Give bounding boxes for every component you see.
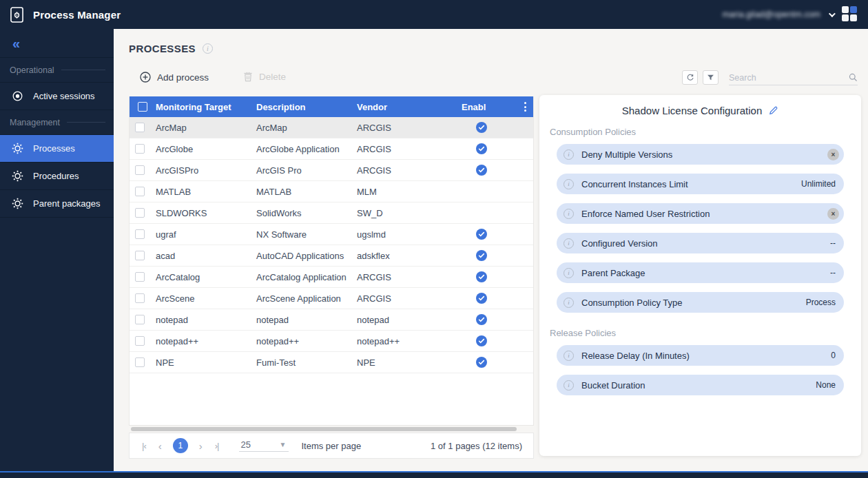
enabled-check-icon — [476, 143, 487, 154]
table-row[interactable]: NPEFumi-TestNPE — [130, 352, 533, 373]
select-all-checkbox[interactable] — [138, 102, 147, 112]
shadow-license-panel: Shadow License Configuration Consumption… — [539, 95, 861, 456]
table-row[interactable]: ArcCatalogArcCatalog ApplicationARCGIS — [130, 267, 533, 288]
table-row[interactable]: ArcMapArcMapARCGIS — [130, 117, 533, 138]
search-box — [729, 70, 858, 85]
policy-info-icon[interactable]: i — [564, 351, 574, 361]
row-checkbox[interactable] — [135, 293, 145, 303]
toggle-off-x-icon[interactable]: × — [827, 208, 839, 220]
add-process-button[interactable]: Add process — [140, 72, 209, 83]
table-row[interactable]: ArcSceneArcScene ApplicationARCGIS — [130, 288, 533, 309]
row-checkbox[interactable] — [135, 187, 145, 196]
edit-pencil-icon[interactable] — [768, 105, 778, 116]
sidebar-item-label: Procedures — [33, 171, 79, 181]
sidebar-item-parent-packages[interactable]: Parent packages — [0, 190, 114, 218]
cell-description: ArcGIS Pro — [251, 165, 351, 176]
sidebar-item-label: Processes — [33, 143, 75, 154]
first-page-button[interactable]: |‹ — [142, 441, 146, 451]
table-row[interactable]: ArcGlobeArcGlobe ApplicationARCGIS — [130, 138, 533, 160]
column-header-monitoring-target[interactable]: Monitoring Target — [150, 102, 251, 112]
sidebar-item-label: Parent packages — [33, 198, 101, 209]
page-title: PROCESSES — [129, 43, 196, 54]
policy-value: Process — [806, 298, 839, 307]
app-header: Process Manager maria.gilad@opentm.com — [0, 0, 868, 29]
sidebar-item-active-sessions[interactable]: Active sessions — [0, 83, 114, 110]
toggle-off-x-icon[interactable]: × — [827, 149, 839, 160]
page-number-button[interactable]: 1 — [173, 438, 188, 453]
column-header-description[interactable]: Description — [251, 102, 351, 112]
policy-label: Bucket Duration — [581, 380, 645, 391]
column-menu-icon[interactable] — [524, 102, 526, 112]
cell-description: NX Software — [251, 229, 351, 240]
table-header-row: Monitoring Target Description Vendor Ena… — [130, 96, 533, 117]
column-header-vendor[interactable]: Vendor — [351, 102, 456, 112]
cell-vendor: SW_D — [351, 208, 456, 218]
table-row[interactable]: ugrafNX Softwareugslmd — [130, 224, 533, 245]
row-checkbox[interactable] — [135, 251, 145, 260]
user-email[interactable]: maria.gilad@opentm.com — [722, 10, 820, 19]
policy-info-icon[interactable]: i — [564, 238, 574, 249]
search-input[interactable] — [729, 73, 849, 83]
cell-vendor: adskflex — [351, 251, 456, 261]
policy-pill: iBucket DurationNone — [557, 375, 844, 395]
sidebar-section-operational: Operational — [0, 58, 114, 83]
cell-description: notepad++ — [251, 336, 351, 346]
policy-info-icon[interactable]: i — [564, 380, 574, 391]
consumption-policies-list: iDeny Multiple Versions×iConcurrent Inst… — [539, 144, 861, 313]
row-checkbox[interactable] — [135, 315, 145, 324]
main-content: PROCESSES i Add process Delete — [114, 29, 868, 471]
sidebar-item-procedures[interactable]: Procedures — [0, 163, 114, 190]
policy-info-icon[interactable]: i — [564, 149, 574, 160]
row-checkbox[interactable] — [135, 123, 145, 132]
policy-info-icon[interactable]: i — [564, 268, 574, 278]
row-checkbox[interactable] — [135, 229, 145, 239]
page-size-select[interactable]: 25 ▼ — [239, 439, 289, 452]
sidebar-item-processes[interactable]: Processes — [0, 135, 114, 163]
user-menu-chevron-icon[interactable] — [829, 10, 836, 17]
prev-page-button[interactable]: ‹ — [158, 440, 162, 452]
policy-pill: iConfigured Version-- — [557, 233, 844, 253]
table-row[interactable]: notepadnotepadnotepad — [130, 309, 533, 331]
policy-label: Consumption Policy Type — [581, 298, 682, 308]
table-row[interactable]: acadAutoCAD Applicationsadskflex — [130, 245, 533, 267]
items-per-page-label: Items per page — [301, 441, 361, 451]
policy-info-icon[interactable]: i — [564, 209, 574, 219]
sidebar-collapse-button[interactable]: « — [0, 29, 114, 58]
policy-value: -- — [830, 238, 839, 248]
gear-icon — [11, 143, 23, 154]
row-checkbox[interactable] — [135, 336, 145, 346]
row-checkbox[interactable] — [135, 357, 145, 367]
next-page-button[interactable]: › — [199, 440, 203, 452]
cell-vendor: ARCGIS — [351, 165, 456, 176]
row-checkbox[interactable] — [135, 144, 145, 154]
horizontal-scrollbar[interactable] — [131, 427, 517, 431]
enabled-check-icon — [476, 314, 487, 325]
table-row[interactable]: notepad++notepad++notepad++ — [130, 331, 533, 352]
app-switcher-icon[interactable] — [842, 6, 858, 23]
last-page-button[interactable]: ›| — [215, 441, 219, 451]
plus-circle-icon — [140, 72, 151, 83]
cell-vendor: ARCGIS — [351, 293, 456, 304]
table-body: ArcMapArcMapARCGISArcGlobeArcGlobe Appli… — [130, 117, 533, 373]
cell-vendor: ARCGIS — [351, 144, 456, 154]
filter-button[interactable] — [703, 70, 719, 85]
row-checkbox[interactable] — [135, 165, 145, 175]
policy-info-icon[interactable]: i — [564, 179, 574, 189]
table-row[interactable]: SLDWORKSSolidWorksSW_D — [130, 202, 533, 224]
refresh-button[interactable] — [682, 70, 698, 85]
row-checkbox[interactable] — [135, 272, 145, 282]
cell-monitoring-target: ArcCatalog — [150, 272, 251, 282]
delete-button[interactable]: Delete — [243, 72, 286, 82]
table-row[interactable]: ArcGISProArcGIS ProARCGIS — [130, 160, 533, 181]
policy-label: Parent Package — [581, 268, 645, 278]
column-header-enabled[interactable]: Enabl — [456, 102, 507, 112]
cell-description: AutoCAD Applications — [251, 251, 351, 261]
row-checkbox[interactable] — [135, 208, 145, 218]
policy-pill: iConsumption Policy TypeProcess — [557, 292, 844, 313]
table-row[interactable]: MATLABMATLABMLM — [130, 181, 533, 202]
pagination-bar: |‹ ‹ 1 › ›| 25 ▼ Items per page 1 of 1 p… — [129, 433, 534, 459]
policy-info-icon[interactable]: i — [564, 298, 574, 308]
page-info-icon[interactable]: i — [203, 43, 213, 54]
policy-value: None — [816, 380, 839, 390]
cell-vendor: MLM — [351, 187, 456, 197]
